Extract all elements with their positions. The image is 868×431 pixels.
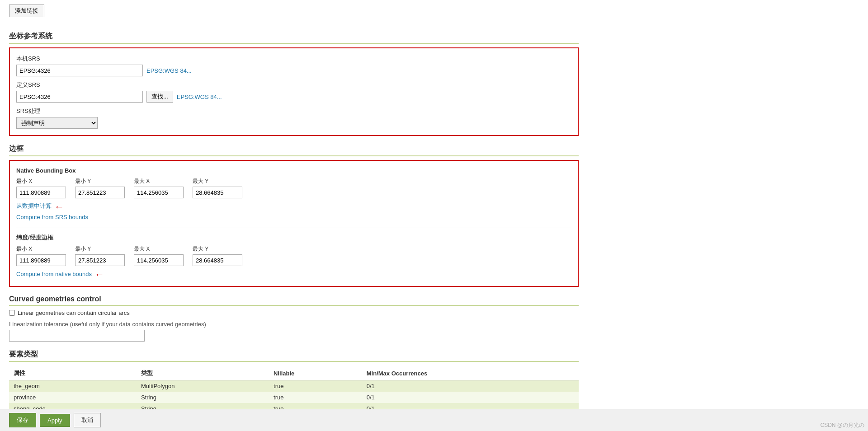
native-min-y-field: 最小 Y: [75, 178, 125, 198]
find-button[interactable]: 查找...: [146, 91, 173, 103]
cell-nillable: true: [269, 380, 362, 392]
curved-section-title: Curved geometries control: [9, 295, 579, 306]
col-header-attr: 属性: [9, 366, 137, 380]
latlon-max-y-label: 最大 Y: [193, 245, 242, 253]
col-header-minmax: Min/Max Occurrences: [362, 366, 579, 380]
declared-srs-link[interactable]: EPSG:WGS 84...: [177, 94, 222, 100]
declared-srs-input[interactable]: [16, 91, 143, 103]
cell-type: MultiPolygon: [137, 380, 269, 392]
curved-checkbox-row: Linear geometries can contain circular a…: [9, 309, 579, 316]
cell-type: String: [137, 392, 269, 403]
native-min-y-label: 最小 Y: [75, 178, 125, 185]
srs-handling-select[interactable]: 强制声明 保持原始 重投影: [16, 117, 98, 129]
native-min-y-input[interactable]: [75, 187, 125, 198]
apply-button[interactable]: Apply: [40, 414, 70, 427]
latlon-coord-row: 最小 X 最小 Y 最大 X 最大 Y: [16, 245, 571, 266]
feature-type-section-title: 要素类型: [9, 350, 579, 362]
native-max-y-input[interactable]: [193, 187, 242, 198]
native-srs-row: EPSG:WGS 84...: [16, 65, 571, 76]
compute-from-data-link[interactable]: 从数据中计算: [16, 202, 52, 210]
native-min-x-label: 最小 X: [16, 178, 66, 185]
col-header-type: 类型: [137, 366, 269, 380]
srs-handling-label: SRS处理: [16, 107, 571, 115]
latlon-min-y-input[interactable]: [75, 254, 125, 266]
tolerance-label: Linearization tolerance (useful only if …: [9, 321, 579, 328]
native-srs-input[interactable]: [16, 65, 143, 76]
latlon-min-x-field: 最小 X: [16, 245, 66, 266]
latlon-max-x-field: 最大 X: [134, 245, 184, 266]
cell-name: the_geom: [9, 380, 137, 392]
native-coord-row: 最小 X 最小 Y 最大 X 最大 Y: [16, 178, 571, 198]
cell-minmax: 0/1: [362, 392, 579, 403]
native-bbox-title: Native Bounding Box: [16, 167, 571, 174]
latlon-bbox-title: 纬度/经度边框: [16, 234, 571, 242]
compute-from-srs-link[interactable]: Compute from SRS bounds: [16, 214, 88, 220]
circular-arcs-checkbox[interactable]: [9, 310, 15, 316]
table-row: the_geomMultiPolygontrue0/1: [9, 380, 579, 392]
latlon-min-x-label: 最小 X: [16, 245, 66, 253]
cell-minmax: 0/1: [362, 380, 579, 392]
cell-nillable: true: [269, 392, 362, 403]
save-button[interactable]: 保存: [9, 413, 36, 427]
latlon-min-x-input[interactable]: [16, 254, 66, 266]
cell-name: province: [9, 392, 137, 403]
native-max-y-field: 最大 Y: [193, 178, 242, 198]
circular-arcs-label: Linear geometries can contain circular a…: [18, 309, 130, 316]
compute-native-arrow-icon: ←: [94, 270, 104, 280]
native-max-x-input[interactable]: [134, 187, 184, 198]
native-min-x-input[interactable]: [16, 187, 66, 198]
latlon-min-y-field: 最小 Y: [75, 245, 125, 266]
latlon-min-y-label: 最小 Y: [75, 245, 125, 253]
cancel-button[interactable]: 取消: [74, 413, 101, 427]
table-row: provinceStringtrue0/1: [9, 392, 579, 403]
col-header-nillable: Nillable: [269, 366, 362, 380]
bbox-section-title: 边框: [9, 144, 579, 156]
compute-from-native-link[interactable]: Compute from native bounds: [16, 271, 92, 277]
bbox-box: Native Bounding Box 最小 X 最小 Y 最大 X 最大 Y: [9, 160, 579, 287]
tolerance-input[interactable]: [9, 330, 145, 342]
native-srs-label: 本机SRS: [16, 55, 571, 63]
native-max-x-field: 最大 X: [134, 178, 184, 198]
watermark: CSDN @の月光の: [816, 420, 868, 431]
latlon-max-y-input[interactable]: [193, 254, 242, 266]
latlon-max-x-label: 最大 X: [134, 245, 184, 253]
compute-data-arrow-icon: ←: [54, 202, 64, 212]
declared-srs-row: 查找... EPSG:WGS 84...: [16, 91, 571, 103]
native-max-x-label: 最大 X: [134, 178, 184, 185]
latlon-max-x-input[interactable]: [134, 254, 184, 266]
native-min-x-field: 最小 X: [16, 178, 66, 198]
crs-box: 本机SRS EPSG:WGS 84... 定义SRS 查找... EPSG:WG…: [9, 47, 579, 136]
table-header-row: 属性 类型 Nillable Min/Max Occurrences: [9, 366, 579, 380]
bottom-toolbar: 保存 Apply 取消: [0, 409, 868, 431]
declared-srs-label: 定义SRS: [16, 81, 571, 89]
crs-section-title: 坐标参考系统: [9, 32, 579, 44]
native-srs-link[interactable]: EPSG:WGS 84...: [146, 67, 192, 74]
latlon-max-y-field: 最大 Y: [193, 245, 242, 266]
add-link-button[interactable]: 添加链接: [9, 5, 44, 17]
native-max-y-label: 最大 Y: [193, 178, 242, 185]
